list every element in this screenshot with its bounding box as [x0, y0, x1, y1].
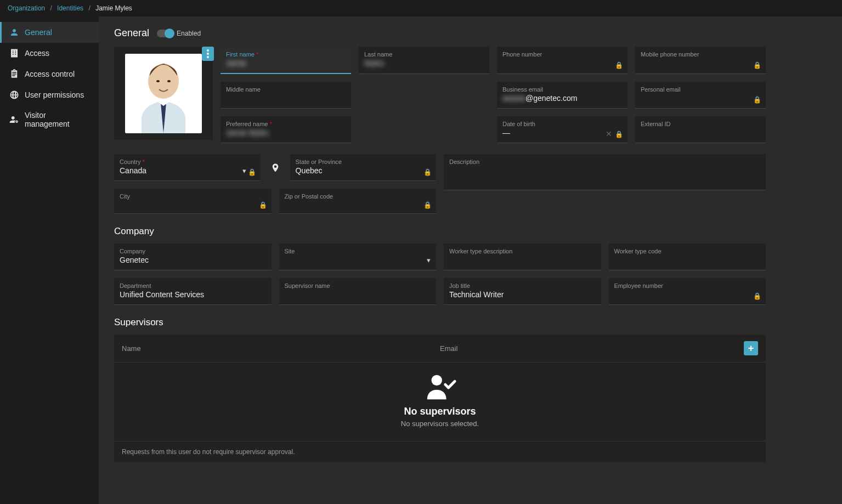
- section-title-company: Company: [114, 226, 766, 237]
- personal-email-field[interactable]: Personal email 🔒: [635, 82, 766, 109]
- job-title-field[interactable]: Job title Technical Writer: [444, 278, 601, 305]
- add-supervisor-button[interactable]: +: [744, 341, 758, 355]
- breadcrumb-organization[interactable]: Organization: [8, 4, 45, 12]
- supervisors-footer-note: Requests from this user do not require s…: [114, 441, 766, 462]
- site-field[interactable]: Site ▾: [279, 243, 437, 270]
- lock-icon: 🔒: [248, 168, 256, 176]
- supervisor-name-field[interactable]: Supervisor name: [279, 278, 437, 305]
- company-field[interactable]: Company Genetec: [114, 243, 272, 270]
- sidebar: General Access Access control User permi…: [0, 16, 99, 504]
- section-title-supervisors: Supervisors: [114, 317, 766, 328]
- preferred-name-field[interactable]: Preferred name * Jamie Myles: [221, 116, 351, 143]
- clipboard-icon: [9, 69, 19, 79]
- svg-point-2: [156, 80, 160, 82]
- breadcrumb-current: Jamie Myles: [95, 4, 132, 12]
- globe-icon: [9, 90, 19, 100]
- department-field[interactable]: Department Unified Content Services: [114, 278, 272, 305]
- breadcrumb: Organization / Identities / Jamie Myles: [0, 0, 842, 16]
- business-email-field[interactable]: Business email xxxxxx@genetec.com: [497, 82, 628, 109]
- sidebar-item-access-control[interactable]: Access control: [2, 64, 99, 84]
- svg-point-5: [207, 53, 209, 55]
- column-header-name: Name: [122, 344, 440, 353]
- city-field[interactable]: City 🔒: [114, 189, 272, 214]
- employee-number-field[interactable]: Employee number 🔒: [609, 278, 766, 305]
- lock-icon: 🔒: [753, 61, 761, 69]
- state-field[interactable]: State or Province Quebec 🔒: [290, 154, 437, 181]
- section-title-general: General: [114, 27, 149, 39]
- visitor-icon: [9, 115, 19, 124]
- profile-photo: [114, 47, 213, 140]
- lock-icon: 🔒: [423, 201, 432, 209]
- clear-icon[interactable]: ✕: [606, 129, 612, 138]
- breadcrumb-identities[interactable]: Identities: [57, 4, 83, 12]
- dob-field[interactable]: Date of birth — ✕ 🔒: [497, 116, 628, 143]
- svg-point-3: [167, 80, 171, 82]
- person-icon: [9, 27, 19, 37]
- chevron-down-icon: ▾: [427, 256, 431, 264]
- empty-supervisor-icon: [423, 372, 457, 401]
- sidebar-item-general[interactable]: General: [0, 22, 99, 43]
- worker-type-desc-field[interactable]: Worker type description: [444, 243, 601, 270]
- external-id-field[interactable]: External ID: [635, 116, 766, 143]
- chevron-down-icon: ▾: [242, 167, 246, 175]
- last-name-field[interactable]: Last name Myles: [359, 47, 489, 74]
- lock-icon: 🔒: [259, 201, 267, 209]
- lock-icon: 🔒: [753, 292, 761, 300]
- photo-menu-button[interactable]: [202, 47, 214, 61]
- lock-icon: 🔒: [615, 131, 623, 138]
- sidebar-item-user-permissions[interactable]: User permissions: [2, 84, 99, 105]
- supervisors-table: Name Email + No supervisors No superviso…: [114, 335, 766, 462]
- column-header-email: Email: [440, 344, 744, 353]
- lock-icon: 🔒: [615, 61, 623, 69]
- building-icon: [9, 48, 19, 58]
- mobile-field[interactable]: Mobile phone number 🔒: [635, 47, 766, 74]
- phone-field[interactable]: Phone number 🔒: [497, 47, 628, 74]
- sidebar-item-access[interactable]: Access: [2, 43, 99, 64]
- description-field[interactable]: Description: [444, 154, 766, 190]
- svg-point-1: [148, 64, 179, 99]
- kebab-icon: [207, 49, 209, 58]
- svg-point-6: [207, 56, 209, 58]
- lock-icon: 🔒: [423, 168, 432, 176]
- svg-point-4: [207, 49, 209, 52]
- first-name-field[interactable]: First name * Jamie: [221, 47, 351, 74]
- toggle-switch-icon: [157, 30, 173, 37]
- country-field[interactable]: Country * Canada ▾ 🔒: [114, 154, 261, 181]
- empty-subtitle: No supervisors selected.: [114, 420, 766, 428]
- svg-point-7: [432, 375, 442, 386]
- map-pin-icon[interactable]: [268, 161, 282, 174]
- lock-icon: 🔒: [753, 96, 761, 104]
- empty-title: No supervisors: [114, 406, 766, 417]
- enabled-toggle[interactable]: Enabled: [157, 30, 201, 37]
- zip-field[interactable]: Zip or Postal code 🔒: [279, 189, 437, 214]
- sidebar-item-visitor-management[interactable]: Visitor management: [2, 105, 99, 134]
- portrait-placeholder-icon: [133, 54, 194, 133]
- worker-type-code-field[interactable]: Worker type code: [609, 243, 766, 270]
- middle-name-field[interactable]: Middle name: [221, 82, 351, 109]
